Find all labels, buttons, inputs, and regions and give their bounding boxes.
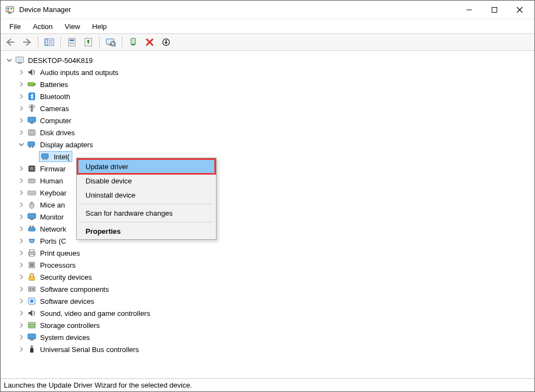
svg-rect-49 <box>43 158 44 160</box>
expand-icon[interactable] <box>17 164 26 173</box>
expand-icon[interactable] <box>17 309 26 318</box>
toolbar-show-hide-button[interactable] <box>42 35 57 49</box>
tree-node-processors[interactable]: Processors <box>5 259 534 271</box>
tree-node-storage[interactable]: Storage controllers <box>5 319 534 331</box>
toolbar-forward-button[interactable] <box>19 35 35 49</box>
tree-root-label: DESKTOP-504K819 <box>28 56 93 65</box>
menu-view[interactable]: View <box>59 21 86 32</box>
svg-rect-61 <box>31 180 32 181</box>
monitor-icon <box>27 116 37 125</box>
context-menu-properties[interactable]: Properties <box>78 224 215 238</box>
tree-node-label: Universal Serial Bus controllers <box>40 345 139 354</box>
expand-icon[interactable] <box>17 92 26 101</box>
expand-icon[interactable] <box>17 321 26 330</box>
network-icon <box>27 224 37 234</box>
expand-icon[interactable] <box>17 285 26 293</box>
expand-icon[interactable] <box>17 128 26 137</box>
menu-file[interactable]: File <box>4 21 26 32</box>
toolbar-separator <box>38 37 38 48</box>
svg-rect-47 <box>32 146 33 148</box>
toolbar-update-driver-button[interactable] <box>81 35 96 49</box>
svg-rect-87 <box>29 322 35 328</box>
maximize-button[interactable] <box>482 2 507 18</box>
expand-icon[interactable] <box>17 345 26 354</box>
svg-rect-77 <box>30 254 34 256</box>
svg-rect-90 <box>28 334 36 339</box>
tree-node-label: Batteries <box>40 80 68 89</box>
menubar: File Action View Help <box>1 19 534 33</box>
svg-rect-39 <box>31 109 33 112</box>
device-tree[interactable]: DESKTOP-504K819 Audio inputs and outputs… <box>1 51 534 378</box>
toolbar-properties-button[interactable] <box>64 35 79 49</box>
tree-node-label: Bluetooth <box>40 93 70 101</box>
svg-rect-68 <box>30 218 33 220</box>
toolbar-uninstall-button[interactable] <box>142 35 157 49</box>
toolbar-enable-button[interactable] <box>126 35 141 49</box>
expand-icon[interactable] <box>17 104 26 113</box>
tree-root[interactable]: DESKTOP-504K819 <box>5 54 534 66</box>
svg-rect-46 <box>29 146 31 148</box>
battery-icon <box>27 79 37 89</box>
expand-icon[interactable] <box>17 188 26 197</box>
tree-node-audio[interactable]: Audio inputs and outputs <box>5 66 534 78</box>
expand-icon[interactable] <box>17 68 26 77</box>
context-menu-disable-device[interactable]: Disable device <box>78 174 215 188</box>
expand-icon[interactable] <box>17 200 26 209</box>
context-menu-scan[interactable]: Scan for hardware changes <box>78 206 215 220</box>
tree-node-print-queues[interactable]: Print queues <box>5 247 534 259</box>
component-icon <box>27 284 37 294</box>
expand-icon[interactable] <box>17 116 26 125</box>
tree-node-disk[interactable]: Disk drives <box>5 126 534 139</box>
toolbar-disable-button[interactable] <box>158 35 174 49</box>
tree-node-security[interactable]: Security devices <box>5 271 534 283</box>
svg-rect-3 <box>7 10 9 11</box>
collapse-icon[interactable] <box>5 56 14 65</box>
minimize-button[interactable] <box>457 2 482 18</box>
svg-point-74 <box>32 240 33 241</box>
expand-icon[interactable] <box>17 261 26 269</box>
computer-icon <box>15 55 25 65</box>
tree-node-label: Display adapters <box>40 141 93 149</box>
expand-icon[interactable] <box>17 224 26 233</box>
menu-action[interactable]: Action <box>27 21 58 32</box>
svg-rect-64 <box>29 192 35 194</box>
tree-node-usb[interactable]: Universal Serial Bus controllers <box>5 343 534 355</box>
svg-rect-67 <box>28 214 36 218</box>
svg-point-38 <box>31 106 33 108</box>
speaker-icon <box>27 67 37 77</box>
collapse-icon[interactable] <box>17 140 26 149</box>
tree-node-software-devices[interactable]: Software devices <box>5 295 534 307</box>
selected-device[interactable]: Intel( <box>39 151 72 162</box>
toolbar-back-button[interactable] <box>3 35 18 49</box>
tree-node-system-devices[interactable]: System devices <box>5 331 534 343</box>
toolbar-scan-button[interactable] <box>103 35 118 49</box>
expand-icon[interactable] <box>17 297 26 305</box>
svg-rect-32 <box>18 62 22 64</box>
mouse-icon <box>27 200 37 210</box>
menu-help[interactable]: Help <box>87 21 112 32</box>
tree-node-cameras[interactable]: Cameras <box>5 102 534 114</box>
tree-node-sound[interactable]: Sound, video and game controllers <box>5 307 534 319</box>
expand-icon[interactable] <box>17 273 26 281</box>
usb-icon <box>27 344 37 354</box>
context-menu-update-driver[interactable]: Update driver <box>78 159 215 174</box>
tree-node-computer[interactable]: Computer <box>5 114 534 126</box>
tree-node-bluetooth[interactable]: Bluetooth <box>5 90 534 102</box>
tree-node-label: Print queues <box>40 249 80 257</box>
expand-icon[interactable] <box>17 212 26 221</box>
svg-rect-48 <box>42 154 48 158</box>
expand-icon[interactable] <box>17 176 26 185</box>
close-button[interactable] <box>507 2 532 18</box>
expand-icon[interactable] <box>17 249 26 257</box>
tree-node-software-components[interactable]: Software components <box>5 283 534 295</box>
tree-node-batteries[interactable]: Batteries <box>5 78 534 90</box>
expand-icon[interactable] <box>17 80 26 89</box>
context-menu-uninstall-device[interactable]: Uninstall device <box>78 188 215 202</box>
tree-node-label: Audio inputs and outputs <box>40 68 118 77</box>
expand-icon[interactable] <box>17 333 26 342</box>
tree-node-display-adapters[interactable]: Display adapters <box>5 139 534 151</box>
tree-node-label: Intel( <box>54 153 70 161</box>
expand-icon[interactable] <box>17 237 26 245</box>
svg-rect-45 <box>28 142 35 146</box>
tree-node-label: Storage controllers <box>40 321 100 330</box>
